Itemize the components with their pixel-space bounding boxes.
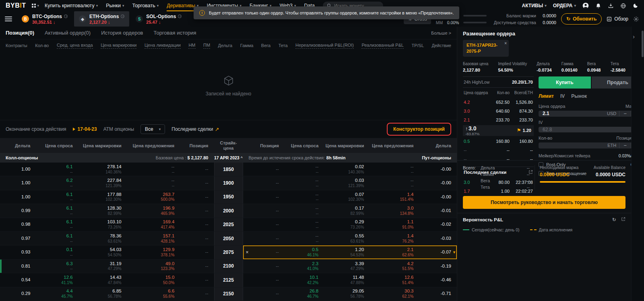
nav-item[interactable]: Купить криптовалюту▾ xyxy=(45,0,98,11)
price-cell[interactable]: 12.641.1% xyxy=(36,275,78,285)
iv-input[interactable] xyxy=(543,127,631,132)
selected-contract-tag[interactable]: ETH-17APR23-2075-P× xyxy=(463,40,509,57)
price-cell[interactable]: 0.02140.36% xyxy=(324,164,369,175)
expand-icon[interactable] xyxy=(621,217,625,222)
notifications-bell-icon[interactable] xyxy=(595,3,601,9)
buy-button[interactable]: Купить xyxy=(539,76,591,89)
price-cell[interactable]: 263.7500.0% xyxy=(127,192,180,202)
strike-price[interactable]: 1950 xyxy=(214,190,243,204)
settings-gear-icon[interactable] xyxy=(633,16,639,22)
price-cell[interactable]: 2.341.0% xyxy=(285,261,324,272)
price-cell[interactable]: 6.1-- xyxy=(36,233,78,244)
sell-button[interactable]: Продать xyxy=(592,76,631,89)
strike-price[interactable]: 2100 xyxy=(214,260,243,273)
price-cell[interactable]: 6.1-- xyxy=(36,192,78,202)
price-cell[interactable]: 129.9378.1% xyxy=(127,247,180,258)
price-cell[interactable]: 29.0556.78% xyxy=(324,289,369,299)
price-cell[interactable]: 0.5563.61% xyxy=(324,233,369,244)
close-icon[interactable]: × xyxy=(246,249,249,255)
strike-price[interactable]: 2075 xyxy=(214,245,243,259)
price-cell[interactable]: 6.1-- xyxy=(36,206,78,216)
price-cell[interactable]: 3.3947.29% xyxy=(324,261,369,272)
recent-trades-link[interactable]: Последние сделки↗ xyxy=(171,126,219,132)
chevron-down-icon[interactable]: ▼ xyxy=(452,250,456,254)
strike-price[interactable]: 2025 xyxy=(214,218,243,231)
collapse-panel-icon[interactable]: › xyxy=(633,33,635,40)
price-cell[interactable]: 6.655.6% xyxy=(127,289,180,299)
refresh-button[interactable]: ↻Обновить xyxy=(561,13,602,25)
price-cell[interactable]: 1.4151.4% xyxy=(369,192,419,202)
price-cell[interactable]: 278.14140.36% xyxy=(78,164,127,175)
price-cell[interactable]: ---- xyxy=(285,219,324,230)
price-cell[interactable]: ---- xyxy=(127,164,180,175)
price-cell[interactable]: 10.142.2% xyxy=(285,275,324,285)
price-cell[interactable]: 78.3663.61% xyxy=(78,233,127,244)
strike-price[interactable]: 1900 xyxy=(214,176,243,190)
strike-price[interactable]: 1850 xyxy=(214,163,243,176)
price-cell[interactable]: 0.03121.39% xyxy=(324,178,369,188)
price-cell[interactable]: 0.07102.30% xyxy=(324,192,369,202)
price-cell[interactable]: 3.0134.8% xyxy=(369,206,419,216)
bybit-logo[interactable]: BYBIT xyxy=(6,2,26,9)
tab-iv[interactable]: IV xyxy=(560,93,565,99)
positions-tab[interactable]: Позиция(0) xyxy=(6,30,34,36)
overview-button[interactable]: Обзор xyxy=(607,16,628,22)
assets-menu[interactable]: АКТИВЫ▾ xyxy=(522,3,547,8)
price-cell[interactable]: ---- xyxy=(285,233,324,244)
price-cell[interactable]: ---- xyxy=(285,206,324,216)
price-cell[interactable]: 177.88102.30% xyxy=(78,192,127,202)
price-cell[interactable]: 2.162.6% xyxy=(369,247,419,258)
price-cell[interactable]: 169.4417.4% xyxy=(127,219,180,230)
contract-ticker[interactable]: SSOL-Options25.47 ↓ xyxy=(131,11,186,27)
contract-ticker[interactable]: BBTC-Options30,352.51 ↓ xyxy=(17,11,72,27)
price-cell[interactable]: ---- xyxy=(369,164,419,175)
price-cell[interactable]: 6.2-- xyxy=(36,178,78,188)
price-cell[interactable]: 128.3082.99% xyxy=(78,206,127,216)
price-cell[interactable]: ---- xyxy=(285,164,324,175)
price-cell[interactable]: 12.651.4% xyxy=(369,275,419,285)
price-cell[interactable]: 11.4847.88% xyxy=(324,275,369,285)
tab-market[interactable]: Рынок xyxy=(571,93,587,99)
price-cell[interactable]: 26.846.7% xyxy=(285,289,324,299)
price-cell[interactable]: 6.3-- xyxy=(36,261,78,272)
strike-price[interactable]: 2125 xyxy=(214,273,243,287)
price-cell[interactable]: ---- xyxy=(285,192,324,202)
positions-tab[interactable]: Торговая история xyxy=(154,30,196,36)
positions-tab[interactable]: История ордеров xyxy=(101,30,143,36)
price-cell[interactable]: 6.1-- xyxy=(36,164,78,175)
qty-input[interactable] xyxy=(543,142,607,148)
apps-grid-icon[interactable]: ▾ xyxy=(32,4,39,8)
price-cell[interactable]: 196.9465.9% xyxy=(127,206,180,216)
price-cell[interactable]: 103.1073.26% xyxy=(78,219,127,230)
price-cell[interactable]: ---- xyxy=(369,178,419,188)
price-cell[interactable]: 1.476.2% xyxy=(369,233,419,244)
ask-row[interactable]: 3.0640.60874.30 xyxy=(463,107,534,115)
positions-tab[interactable]: Активный ордер(0) xyxy=(45,30,91,36)
avatar[interactable] xyxy=(582,2,589,9)
strike-price[interactable]: 2000 xyxy=(214,204,243,217)
price-cell[interactable]: 157.1428.1% xyxy=(127,233,180,244)
price-cell[interactable]: 14.4347.84% xyxy=(78,275,127,285)
decrease-qty-button[interactable]: − xyxy=(622,142,628,148)
price-cell[interactable]: 49.0123.3% xyxy=(127,261,180,272)
price-input[interactable] xyxy=(543,111,607,116)
expiry-date-toggle[interactable]: 17 APR 2023^ xyxy=(214,155,243,160)
price-cell[interactable]: ---- xyxy=(127,178,180,188)
strike-price[interactable]: 2050 xyxy=(214,232,243,245)
ask-row[interactable]: 2.1233.70233.70 xyxy=(463,115,534,124)
position-builder-button[interactable]: Конструктор позиций xyxy=(387,123,451,136)
price-cell[interactable]: 31.1947.29% xyxy=(78,261,127,272)
expiry-date-tab[interactable]: 17-04-23 xyxy=(73,126,97,132)
contract-ticker[interactable]: ◆ETH-Options2,127.20 ↓ xyxy=(74,11,129,27)
bid-row[interactable]: ------ xyxy=(463,146,534,155)
price-cell[interactable]: 15.050.0% xyxy=(127,275,180,285)
bid-row[interactable]: 0.5160.80160.80 xyxy=(463,137,534,146)
language-globe-icon[interactable] xyxy=(620,3,626,9)
scrollbar-thumb[interactable] xyxy=(642,31,644,57)
price-cell[interactable]: 0.1-- xyxy=(36,247,78,258)
price-cell[interactable]: 4.251.5% xyxy=(369,261,419,272)
theme-moon-icon[interactable] xyxy=(633,3,638,8)
decrease-price-button[interactable]: − xyxy=(622,111,628,117)
refresh-icon[interactable]: ↻ xyxy=(612,217,616,223)
price-cell[interactable]: 0.1782.99% xyxy=(324,206,369,216)
